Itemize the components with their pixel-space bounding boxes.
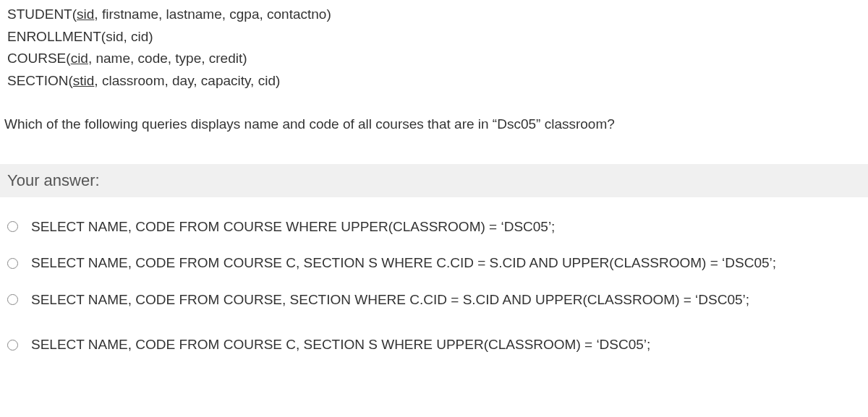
- option-text: SELECT NAME, CODE FROM COURSE WHERE UPPE…: [31, 218, 861, 237]
- schema-text: , name, code, type, credit): [88, 51, 247, 66]
- option-text: SELECT NAME, CODE FROM COURSE C, SECTION…: [31, 335, 861, 355]
- option-text: SELECT NAME, CODE FROM COURSE, SECTION W…: [31, 291, 861, 310]
- schema-key: cid: [71, 51, 88, 66]
- radio-icon[interactable]: [7, 221, 18, 232]
- schema-text: , firstname, lastname, cgpa, contactno): [94, 7, 331, 22]
- option-2[interactable]: SELECT NAME, CODE FROM COURSE C, SECTION…: [7, 248, 861, 279]
- schema-line-2: ENROLLMENT(sid, cid): [7, 27, 861, 48]
- option-text: SELECT NAME, CODE FROM COURSE C, SECTION…: [31, 254, 861, 273]
- schema-text: COURSE(: [7, 51, 71, 66]
- schema-key: stid: [73, 73, 95, 88]
- options-list: SELECT NAME, CODE FROM COURSE WHERE UPPE…: [0, 197, 868, 374]
- schema-line-4: SECTION(stid, classroom, day, capacity, …: [7, 71, 861, 92]
- option-4[interactable]: SELECT NAME, CODE FROM COURSE C, SECTION…: [7, 330, 861, 361]
- schema-key: sid: [77, 7, 94, 22]
- option-3[interactable]: SELECT NAME, CODE FROM COURSE, SECTION W…: [7, 285, 861, 316]
- answer-header: Your answer:: [0, 164, 868, 197]
- schema-line-3: COURSE(cid, name, code, type, credit): [7, 48, 861, 69]
- schema-block: STUDENT(sid, firstname, lastname, cgpa, …: [0, 0, 868, 91]
- schema-text: SECTION(: [7, 73, 73, 88]
- option-1[interactable]: SELECT NAME, CODE FROM COURSE WHERE UPPE…: [7, 212, 861, 243]
- radio-icon[interactable]: [7, 258, 18, 269]
- radio-icon[interactable]: [7, 294, 18, 305]
- schema-line-1: STUDENT(sid, firstname, lastname, cgpa, …: [7, 4, 861, 25]
- schema-text: STUDENT(: [7, 7, 77, 22]
- radio-icon[interactable]: [7, 340, 18, 351]
- schema-text: , classroom, day, capacity, cid): [94, 73, 280, 88]
- question-text: Which of the following queries displays …: [0, 93, 868, 142]
